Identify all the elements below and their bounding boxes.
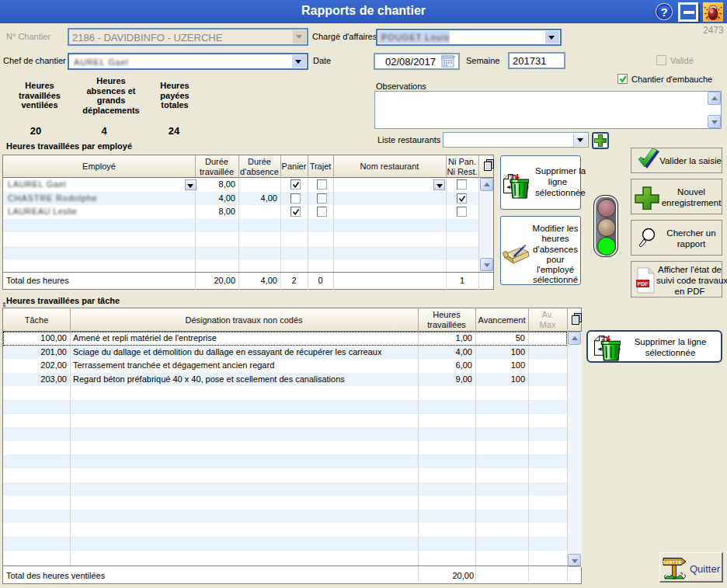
svg-text:PDF: PDF	[638, 281, 649, 287]
svg-text:?: ?	[660, 5, 667, 19]
svg-text:SORTIE: SORTIE	[663, 560, 682, 565]
